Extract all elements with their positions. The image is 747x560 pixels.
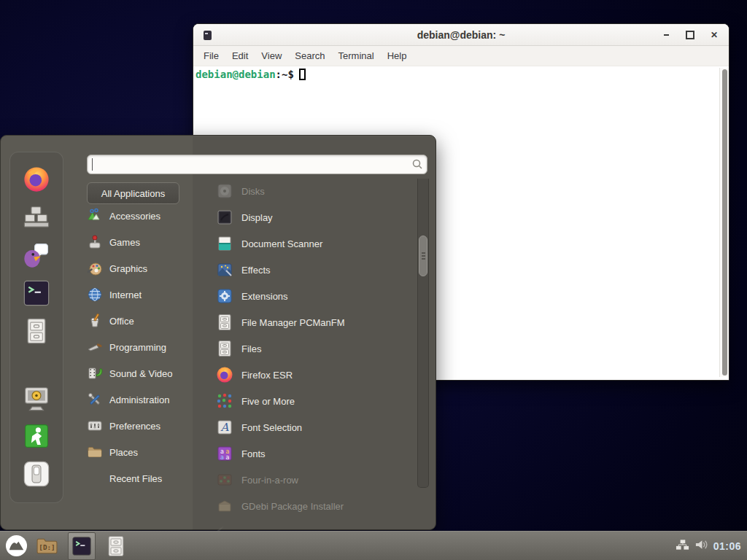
app-disks: Disks xyxy=(193,178,417,204)
volume-icon[interactable] xyxy=(694,539,708,553)
menu-scrollbar-track[interactable] xyxy=(417,179,429,488)
sound-video-icon xyxy=(87,365,103,381)
file-cabinet-icon xyxy=(216,314,233,331)
menu-search[interactable]: Search xyxy=(288,50,331,61)
taskbar-clock[interactable]: 01:06 xyxy=(713,540,741,552)
internet-icon xyxy=(87,287,103,303)
category-office[interactable]: Office xyxy=(87,308,198,334)
scrollbar-grip xyxy=(422,252,425,254)
svg-text:a: a xyxy=(220,454,224,461)
menu-scrollbar-handle[interactable] xyxy=(419,236,427,276)
category-sound-video[interactable]: Sound & Video xyxy=(87,360,198,386)
category-internet[interactable]: Internet xyxy=(87,281,198,308)
terminal-cursor xyxy=(299,69,306,80)
app-four-in-a-row: Four-in-a-row xyxy=(193,467,417,493)
app-document-scanner[interactable]: Document Scanner xyxy=(193,230,417,257)
effects-icon xyxy=(216,261,233,279)
graphics-icon xyxy=(87,260,103,276)
folder-d-icon[interactable]: [D:] xyxy=(36,536,58,556)
application-list: Disks Display Document Scanner Effects E… xyxy=(193,178,417,515)
screensaver-icon[interactable] xyxy=(23,384,50,412)
preferences-icon xyxy=(87,418,103,434)
accessories-icon xyxy=(87,208,103,224)
app-display[interactable]: Display xyxy=(193,204,417,230)
terminal-icon[interactable] xyxy=(23,279,50,307)
document-scanner-icon xyxy=(216,235,233,252)
app-firefox-esr[interactable]: Firefox ESR xyxy=(193,362,417,388)
administration-icon xyxy=(87,392,103,408)
recent-files-no-icon xyxy=(87,470,103,486)
four-in-a-row-icon xyxy=(216,471,233,489)
menu-file[interactable]: File xyxy=(197,50,225,61)
terminal-scrollbar-handle[interactable] xyxy=(722,69,727,376)
file-cabinet-icon xyxy=(216,340,233,357)
app-extensions[interactable]: Extensions xyxy=(193,283,417,309)
category-places[interactable]: Places xyxy=(87,439,198,465)
favorites-panel xyxy=(9,152,63,503)
app-file-manager-pcmanfm[interactable]: File Manager PCManFM xyxy=(193,309,417,335)
menu-edit[interactable]: Edit xyxy=(225,50,255,61)
terminal-window-title: debian@debian: ~ xyxy=(417,29,506,41)
shutdown-icon[interactable] xyxy=(23,460,50,488)
menu-view[interactable]: View xyxy=(255,50,288,61)
app-files[interactable]: Files xyxy=(193,335,417,362)
taskbar: [D:] 01:06 xyxy=(0,531,747,560)
category-graphics[interactable]: Graphics xyxy=(87,255,198,281)
places-icon xyxy=(87,444,103,460)
games-icon xyxy=(87,234,103,250)
magnifier-icon xyxy=(411,158,423,170)
programming-icon xyxy=(87,339,103,355)
office-icon xyxy=(87,313,103,329)
font-selection-icon: A xyxy=(216,419,233,436)
pidgin-icon[interactable] xyxy=(23,241,50,269)
category-games[interactable]: Games xyxy=(87,229,198,255)
taskbar-files-button[interactable] xyxy=(106,535,126,557)
category-accessories[interactable]: Accessories xyxy=(87,203,198,229)
close-icon[interactable]: ✕ xyxy=(709,30,719,40)
svg-text:a: a xyxy=(226,454,230,461)
category-list: Accessories Games Graphics Internet Offi… xyxy=(87,203,198,491)
svg-text:A: A xyxy=(220,421,230,434)
disks-icon xyxy=(216,182,233,200)
svg-text:[D:]: [D:] xyxy=(39,543,55,551)
taskbar-terminal-button-active[interactable] xyxy=(68,532,96,560)
system-tray: 01:06 xyxy=(676,539,741,553)
terminal-window-icon xyxy=(204,31,212,40)
terminal-scrollbar[interactable] xyxy=(719,68,729,377)
start-menu-button[interactable] xyxy=(5,534,28,557)
prompt-suffix: :~$ xyxy=(276,69,294,80)
category-preferences[interactable]: Preferences xyxy=(87,413,198,439)
app-five-or-more[interactable]: Five or More xyxy=(193,388,417,414)
network-icon[interactable] xyxy=(676,539,689,553)
search-caret xyxy=(92,158,93,171)
gdebi-icon xyxy=(216,497,233,515)
category-administration[interactable]: Administration xyxy=(87,386,198,413)
file-cabinet-icon[interactable] xyxy=(23,317,50,345)
prompt-user-host: debian@debian xyxy=(196,69,276,80)
terminal-prompt: debian@debian:~$ xyxy=(196,69,306,80)
menu-terminal[interactable]: Terminal xyxy=(332,50,381,61)
extensions-icon xyxy=(216,287,233,305)
app-fonts[interactable]: aaaa Fonts xyxy=(193,440,417,467)
firefox-icon xyxy=(216,366,233,384)
fonts-icon: aaaa xyxy=(216,445,233,462)
terminal-titlebar[interactable]: debian@debian: ~ ✕ xyxy=(193,24,729,46)
category-recent-files[interactable]: Recent Files xyxy=(87,465,198,491)
five-or-more-icon xyxy=(216,392,233,410)
app-font-selection[interactable]: A Font Selection xyxy=(193,414,417,440)
category-programming[interactable]: Programming xyxy=(87,334,198,360)
menu-help[interactable]: Help xyxy=(381,50,414,61)
application-menu: All Applications Accessories Games Graph… xyxy=(0,135,436,530)
package-installer-icon[interactable] xyxy=(23,203,50,231)
all-applications-button[interactable]: All Applications xyxy=(87,182,179,204)
firefox-icon[interactable] xyxy=(23,166,50,193)
app-effects[interactable]: Effects xyxy=(193,257,417,283)
app-gdebi-package-installer: GDebi Package Installer xyxy=(193,493,417,515)
minimize-icon[interactable] xyxy=(661,30,671,40)
maximize-icon[interactable] xyxy=(685,30,695,40)
search-input[interactable] xyxy=(87,155,427,174)
display-icon xyxy=(216,209,233,226)
logout-icon[interactable] xyxy=(23,422,50,450)
terminal-menubar: File Edit View Search Terminal Help xyxy=(193,46,729,66)
